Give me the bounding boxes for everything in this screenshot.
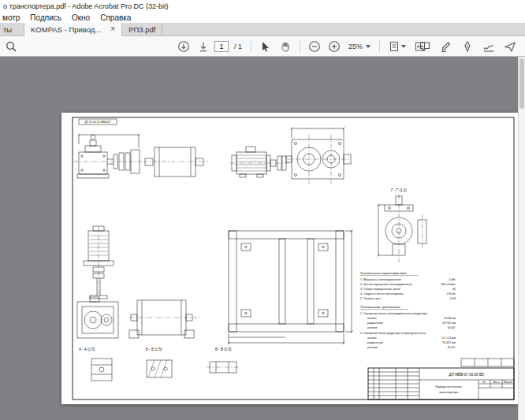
tech-requirements: Технические требования 1. Смещение валов…: [360, 305, 456, 349]
toolbar: / 1 25%: [0, 36, 525, 57]
svg-text:угловое: угловое: [367, 346, 378, 349]
svg-text:5. Тяговая сила: 5. Тяговая сила: [360, 297, 381, 300]
zoom-in-icon[interactable]: [326, 39, 343, 54]
vertical-scrollbar[interactable]: [518, 57, 525, 420]
svg-text:4 кВт: 4 кВт: [449, 278, 456, 281]
drawing-sheet: ДП 07.00.12-ИВВ ШТ: [61, 113, 519, 404]
svg-text:16,762 мм: 16,762 мм: [442, 322, 456, 325]
tech-characteristics: Техническая характеристика 1. Мощность э…: [360, 271, 456, 300]
view-section-gg: Г - Г (1:2): [378, 188, 427, 264]
svg-text:4. Скорость ленты транспортера: 4. Скорость ленты транспортера: [360, 292, 404, 295]
send-share-icon[interactable]: [501, 39, 519, 54]
comment-bubble-icon[interactable]: [416, 39, 434, 54]
tab-close-icon[interactable]: ×: [110, 25, 115, 33]
tab-label: РП3.pdf: [128, 25, 155, 34]
detail-views-bottom: [91, 359, 240, 381]
svg-text:Масштаб: Масштаб: [504, 381, 513, 384]
sheet-frame: [73, 117, 514, 400]
toolbar-right-group: [416, 38, 519, 54]
view-motor-side: [230, 147, 290, 177]
svg-text:осевое: осевое: [367, 317, 377, 320]
svg-text:Технические требования: Технические требования: [360, 305, 400, 309]
svg-text:16,20°: 16,20°: [448, 346, 456, 349]
menu-item-help[interactable]: Справка: [100, 13, 131, 22]
chevron-down-icon: [401, 45, 406, 48]
menubar: мотр Подпись Окно Справка: [0, 13, 525, 23]
svg-text:Техническая характеристика: Техническая характеристика: [360, 271, 407, 275]
toolbar-divider: [251, 40, 251, 53]
view-section-aa: А - А (1:5): [77, 297, 118, 351]
window-title: о транспортера.pdf - Adobe Acrobat Pro D…: [3, 2, 168, 10]
zoom-level-dropdown[interactable]: 25%: [345, 42, 374, 51]
chevron-down-icon: [366, 45, 370, 48]
svg-text:осевое: осевое: [367, 336, 377, 340]
signature-icon[interactable]: [480, 39, 497, 54]
svg-text:А - А (1:5): А - А (1:5): [79, 348, 95, 351]
view-drum-side: Б - Б (1:5) В - В (1:5): [129, 300, 232, 351]
toolbar-center-group: / 1 25%: [175, 38, 429, 54]
download-circle-icon[interactable]: [175, 39, 192, 54]
zoom-out-icon[interactable]: [306, 39, 323, 54]
view-motor-vertical: [84, 226, 114, 299]
svg-text:Г - Г (1:2): Г - Г (1:2): [391, 188, 407, 192]
page-number-input[interactable]: [214, 41, 229, 52]
svg-text:2. Смещение валов редуктора и: 2. Смещение валов редуктора и приводного…: [360, 332, 426, 335]
view-reducer-plan: [286, 128, 351, 184]
document-area: ДП 07.00.12-ИВВ ШТ: [0, 57, 525, 420]
fit-page-dropdown[interactable]: [385, 39, 409, 54]
doc-stamp: ДП 07.00.12-ИВВ ШТ: [79, 119, 117, 125]
highlighter-icon[interactable]: [438, 39, 455, 54]
svg-text:16,60°: 16,60°: [448, 326, 456, 329]
svg-text:2. Частота вращения электродви: 2. Частота вращения электродвигателя: [360, 283, 412, 286]
hand-pan-icon[interactable]: [277, 39, 294, 54]
search-icon[interactable]: [2, 39, 20, 54]
svg-text:1. Мощность электродвигателя: 1. Мощность электродвигателя: [360, 278, 401, 281]
svg-text:радиальное: радиальное: [367, 341, 383, 344]
svg-text:В - В (1:5): В - В (1:5): [215, 348, 232, 351]
svg-text:960 об/мин: 960 об/мин: [441, 283, 456, 286]
scrollbar-thumb[interactable]: [519, 58, 524, 109]
svg-text:1. Смещение валов электродвига: 1. Смещение валов электродвигателя и ред…: [360, 312, 428, 315]
svg-text:3. Общее передаточное число: 3. Общее передаточное число: [360, 288, 400, 291]
window-titlebar: о транспортера.pdf - Adobe Acrobat Pro D…: [0, 0, 525, 13]
menu-item-sign[interactable]: Подпись: [30, 13, 61, 22]
menu-item-view[interactable]: мотр: [2, 13, 20, 22]
title-block: ДП МВВ-07.00.00 ВО Привод ленточного тра…: [368, 368, 514, 400]
tab-tools-partial[interactable]: ты: [0, 23, 24, 35]
svg-text:40: 40: [452, 288, 456, 291]
svg-text:4 кН: 4 кН: [450, 297, 456, 300]
tabbar: ты KOMPAS - Привод... × РП3.pdf: [0, 23, 525, 36]
svg-text:76,325 мм: 76,325 мм: [442, 341, 456, 344]
tab-kompas-privod[interactable]: KOMPAS - Привод... ×: [24, 23, 122, 36]
svg-text:угловое: угловое: [367, 326, 378, 329]
svg-text:Б - Б (1:5): Б - Б (1:5): [146, 348, 162, 351]
svg-text:Масса: Масса: [493, 381, 500, 384]
svg-text:ДП МВВ-07.00.00 ВО: ДП МВВ-07.00.00 ВО: [449, 373, 485, 377]
select-pointer-icon[interactable]: [257, 39, 274, 54]
svg-text:радиальное: радиальное: [367, 322, 383, 325]
svg-text:транспортера: транспортера: [439, 391, 459, 394]
zoom-level-value: 25%: [348, 43, 363, 50]
toolbar-divider: [300, 40, 300, 53]
view-drum-top: [143, 147, 208, 177]
pdf-page: ДП 07.00.12-ИВВ ШТ: [61, 113, 519, 404]
toolbar-divider: [379, 40, 380, 53]
menu-item-window[interactable]: Окно: [72, 13, 90, 22]
svg-text:ДП 07.00.12-ИВВ ШТ: ДП 07.00.12-ИВВ ШТ: [84, 121, 110, 124]
page-down-icon[interactable]: [195, 39, 212, 54]
svg-text:10,63 мм: 10,63 мм: [444, 317, 456, 320]
page-total-label: / 1: [234, 43, 242, 50]
tab-rp3[interactable]: РП3.pdf: [122, 23, 162, 35]
view-frame-plan: [228, 230, 353, 345]
svg-text:0,8 м/с: 0,8 м/с: [447, 292, 456, 295]
svg-text:Лит.: Лит.: [482, 381, 486, 384]
view-reducer-front: [74, 135, 142, 178]
svg-text:0,1-2,4 мм: 0,1-2,4 мм: [442, 336, 456, 340]
svg-text:Привод ленточного: Привод ленточного: [435, 385, 462, 388]
revision-table: [461, 359, 514, 366]
pen-icon[interactable]: [459, 39, 476, 54]
tab-label: KOMPAS - Привод...: [31, 25, 101, 34]
